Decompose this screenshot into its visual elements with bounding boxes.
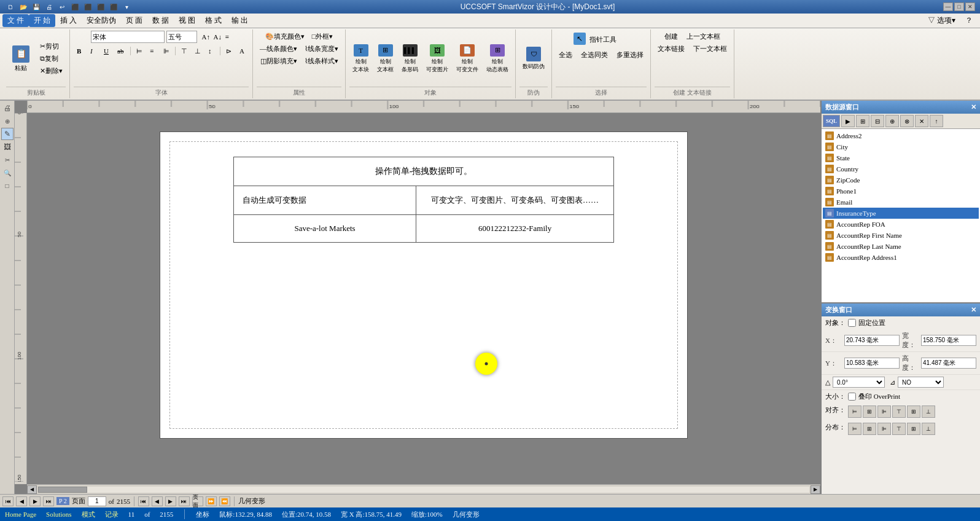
tree-accountrep-foa[interactable]: ▤ AccountRep FOA (823, 219, 979, 230)
draw-textframe-btn[interactable]: ⊞ 绘制文本框 (374, 42, 397, 76)
draw-table-btn[interactable]: ⊞ 绘制动态表格 (483, 42, 511, 76)
tree-insurance[interactable]: ▤ InsuranceType (823, 208, 979, 219)
valign-top-btn[interactable]: ⊤ (178, 45, 190, 57)
nav-prev2[interactable]: ◀ (152, 496, 163, 506)
hscroll-thumb[interactable] (38, 487, 87, 493)
color-btn[interactable]: A (236, 45, 249, 57)
nav-prev-btn[interactable]: ◀ (16, 496, 27, 506)
h-scrollbar[interactable]: ◀ ▶ (27, 484, 820, 494)
tool-crop[interactable]: ✂ (1, 154, 14, 166)
tool-zoom[interactable]: 🔍 (1, 166, 14, 179)
menu-output[interactable]: 输 出 (227, 14, 253, 27)
select-same-btn[interactable]: 全选同类 (578, 49, 611, 60)
menu-home[interactable]: 开 始 (29, 14, 55, 27)
nav-first-btn[interactable]: ⏮ (2, 496, 14, 506)
qa-btn6[interactable]: ⬛ (82, 2, 93, 12)
menu-file[interactable]: 文 件 (2, 14, 29, 27)
width-input[interactable] (921, 335, 976, 346)
align-top-edge[interactable]: ⊤ (892, 405, 906, 418)
align-center-v[interactable]: ⊞ (907, 405, 920, 418)
y-input[interactable] (844, 358, 900, 369)
create-btn[interactable]: 创建 (661, 31, 681, 42)
font-size-input[interactable] (166, 31, 197, 43)
tree-address2[interactable]: ▤ Address2 (823, 130, 979, 141)
options-btn[interactable]: ▽ 选项▾ (923, 14, 960, 27)
font-family-input[interactable] (91, 31, 165, 43)
help-btn[interactable]: ？ (960, 14, 978, 27)
qa-undo[interactable]: ↩ (56, 2, 68, 12)
overprint-checkbox[interactable] (848, 393, 856, 401)
status-homepage[interactable]: Home Page (5, 511, 36, 518)
nav-next2[interactable]: ▶ (165, 496, 176, 506)
valign-mid-btn[interactable]: ⊥ (192, 45, 204, 57)
dist-right[interactable]: ⊫ (877, 423, 891, 435)
ds-btn7[interactable]: ↑ (930, 115, 943, 127)
align-right-edge[interactable]: ⊫ (877, 405, 891, 418)
list-btn[interactable]: ≡ (222, 31, 232, 42)
indent-btn[interactable]: ⊳ (223, 45, 235, 57)
dist-center-v[interactable]: ⊞ (907, 423, 920, 435)
dist-top[interactable]: ⊤ (892, 423, 906, 435)
no-select[interactable]: NO (898, 377, 944, 388)
fill-color-btn[interactable]: 🎨 填充颜色▾ (262, 31, 308, 42)
status-record[interactable]: 记录 (105, 510, 119, 519)
tree-accountrep-addr[interactable]: ▤ AccountRep Address1 (823, 252, 979, 263)
next-frame-btn[interactable]: 下一文本框 (690, 43, 730, 54)
maximize-btn[interactable]: □ (954, 2, 964, 11)
tree-phone1[interactable]: ▤ Phone1 (823, 186, 979, 197)
cut-btn[interactable]: ✂ 剪切 (37, 41, 66, 52)
draw-barcode-btn[interactable]: ▌▌▌ 绘制条形码 (399, 42, 421, 76)
tool-edit[interactable]: ✎ (1, 128, 14, 140)
nav-page-btn[interactable]: 页面 (192, 496, 203, 506)
stroke-color-btn[interactable]: — 线条颜色▾ (257, 43, 300, 54)
qa-btn7[interactable]: ⬛ (95, 2, 106, 12)
fixed-position-checkbox[interactable] (848, 319, 856, 327)
nav-last2[interactable]: ⏭ (179, 496, 190, 506)
tree-accountrep-first[interactable]: ▤ AccountRep First Name (823, 230, 979, 241)
canvas-area[interactable]: 操作简单-拖拽数据即可。 自动生成可变数据 可变文字、可变图片、可变条码、可变图… (27, 113, 820, 484)
nav-next-btn[interactable]: ▶ (29, 496, 41, 506)
ds-btn1[interactable]: ▶ (841, 115, 855, 127)
tool-shape[interactable]: □ (1, 179, 14, 192)
ds-btn3[interactable]: ⊟ (871, 115, 884, 127)
cursor-circle[interactable] (475, 353, 497, 375)
menu-page[interactable]: 页 面 (121, 14, 147, 27)
shadow-fill-btn[interactable]: ◫ 阴影填充▾ (257, 55, 300, 66)
ds-btn5[interactable]: ⊗ (900, 115, 914, 127)
qa-save[interactable]: 💾 (31, 2, 42, 12)
pointer-btn[interactable]: ↖ 指针工具 (570, 31, 632, 48)
select-all-btn[interactable]: 全选 (556, 49, 575, 60)
status-solutions[interactable]: Solutions (46, 511, 72, 518)
draw-file-btn[interactable]: 📄 绘制可变文件 (453, 42, 481, 76)
align-bottom-edge[interactable]: ⊥ (922, 405, 935, 418)
qa-btn5[interactable]: ⬛ (69, 2, 80, 12)
security-btn[interactable]: 🛡 数码防伪 (519, 42, 548, 76)
paste-btn[interactable]: 📋 粘贴 (6, 42, 36, 76)
nav-advance-btn[interactable]: ⏩ (206, 496, 217, 506)
hscroll-right-btn[interactable]: ▶ (811, 485, 820, 494)
nav-first2[interactable]: ⏮ (138, 496, 149, 506)
qa-btn8[interactable]: ⬛ (108, 2, 119, 12)
current-page-input[interactable] (88, 496, 106, 506)
angle-select[interactable]: 0.0° (833, 377, 885, 388)
close-btn[interactable]: ✕ (965, 2, 975, 11)
outline-btn[interactable]: □ 外框▾ (309, 31, 336, 42)
x-input[interactable] (844, 335, 900, 346)
qa-print[interactable]: 🖨 (44, 2, 55, 12)
menu-format[interactable]: 格 式 (200, 14, 227, 27)
tree-country[interactable]: ▤ Country (823, 163, 979, 174)
tree-zipcode[interactable]: ▤ ZipCode (823, 174, 979, 186)
ds-btn6[interactable]: ✕ (915, 115, 928, 127)
qa-btn9[interactable]: ▾ (121, 2, 132, 12)
sql-btn[interactable]: SQL (823, 115, 840, 127)
menu-insert[interactable]: 插 入 (55, 14, 82, 27)
draw-textblock-btn[interactable]: T 绘制文本块 (349, 42, 372, 76)
prev-frame-btn[interactable]: 上一文本框 (683, 31, 723, 42)
qa-new[interactable]: 🗋 (5, 2, 16, 12)
align-left-btn[interactable]: ⊨ (133, 45, 146, 57)
ds-btn2[interactable]: ⊞ (856, 115, 869, 127)
font-shrink-btn[interactable]: A↓ (211, 31, 220, 42)
tree-accountrep-last[interactable]: ▤ AccountRep Last Name (823, 241, 979, 252)
tree-state[interactable]: ▤ State (823, 152, 979, 163)
nav-last-btn[interactable]: ⏭ (43, 496, 54, 506)
